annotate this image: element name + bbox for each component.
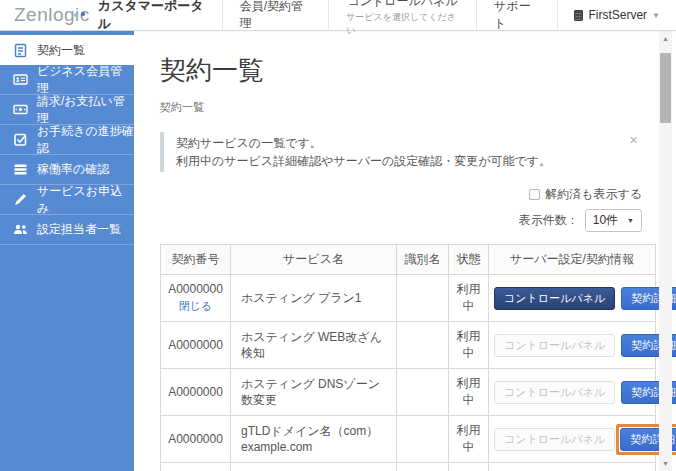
actions-cell: コントロールパネル 契約詳細	[489, 463, 656, 471]
top-bar: Zenlogic カスタマーポータル 会員/契約管理 コントロールパネル サービ…	[0, 0, 676, 31]
show-cancelled-checkbox[interactable]	[529, 189, 540, 200]
actions-cell: コントロールパネル 契約詳細	[489, 369, 656, 416]
table-header-row: 契約番号 サービス名 識別名 状態 サーバー設定/契約情報	[161, 245, 656, 275]
pen-icon	[13, 192, 28, 207]
actions-cell: コントロールパネル 契約詳細	[489, 416, 656, 463]
sidebar-item-admin-list[interactable]: 設定担当者一覧	[0, 215, 134, 245]
sidebar-item-label: 設定担当者一覧	[37, 221, 121, 238]
id-card-icon	[13, 72, 28, 87]
sidebar-item-label: ビジネス会員管理	[37, 63, 134, 97]
service-name-cell: ホスティング WEB改ざん検知	[231, 322, 397, 369]
contract-no-cell: A0000000	[161, 416, 231, 463]
close-row-link[interactable]: 閉じる	[167, 299, 224, 314]
sidebar: 契約一覧 ビジネス会員管理 請求/お支払い管理 お手続きの進捗確認 稼働率の確認…	[0, 31, 134, 471]
vertical-scrollbar[interactable]: ▲ ▼	[659, 31, 672, 471]
identifier-cell	[397, 275, 449, 322]
account-name: FirstServer	[588, 8, 647, 22]
service-name: ホスティング WEB改ざん検知	[241, 330, 382, 360]
tab-label: サポート	[494, 0, 540, 32]
per-page-select[interactable]: 10件 ▼	[585, 209, 642, 232]
contract-no: A0000000	[168, 282, 223, 296]
logo[interactable]: Zenlogic カスタマーポータル	[0, 0, 222, 30]
logo-dot-light	[74, 13, 78, 17]
task-check-icon	[13, 132, 28, 147]
service-name-cell: ホスティング プラン1	[231, 275, 397, 322]
sidebar-item-label: 稼働率の確認	[37, 161, 109, 178]
service-domain: example.com	[241, 439, 390, 455]
tab-support[interactable]: サポート	[476, 0, 558, 30]
sidebar-item-label: お手続きの進捗確認	[37, 123, 134, 157]
server-list-icon	[13, 162, 28, 177]
scrollbar-thumb[interactable]	[660, 53, 671, 123]
billing-icon	[13, 102, 28, 117]
scroll-down-icon[interactable]: ▼	[659, 457, 672, 470]
tab-sublabel: サービスを選択してください	[346, 11, 459, 37]
status-cell: 利用中	[449, 463, 489, 471]
table-row: A0000000 ホスティング DNSゾーン数変更 利用中 コントロールパネル …	[161, 369, 656, 416]
tab-label: コントロールパネル	[347, 0, 457, 10]
contract-no-cell: A0000000	[161, 463, 231, 471]
control-panel-button-disabled: コントロールパネル	[494, 381, 615, 404]
actions-cell: コントロールパネル 契約詳細	[489, 322, 656, 369]
notice-box: 契約サービスの一覧です。 利用中のサービス詳細確認やサーバーの設定確認・変更が可…	[160, 132, 642, 172]
status-cell: 利用中	[449, 322, 489, 369]
col-identifier: 識別名	[397, 245, 449, 275]
service-name: ホスティング プラン1	[241, 291, 362, 305]
control-panel-button-disabled: コントロールパネル	[494, 428, 615, 451]
tab-control-panel[interactable]: コントロールパネル サービスを選択してください	[328, 0, 476, 30]
table-row: A0000000 閉じる ホスティング プラン1 利用中 コントロールパネル 契…	[161, 275, 656, 322]
service-name-cell: ホスティング DNSゾーン数変更	[231, 369, 397, 416]
col-service-name: サービス名	[231, 245, 397, 275]
portal-title: カスタマーポータル	[98, 0, 210, 33]
sidebar-item-service-apply[interactable]: サービスお申込み	[0, 185, 134, 215]
users-icon	[13, 222, 28, 237]
status-cell: 利用中	[449, 275, 489, 322]
identifier-cell	[397, 463, 449, 471]
contract-table: 契約番号 サービス名 識別名 状態 サーバー設定/契約情報 A0000000 閉…	[160, 244, 656, 471]
logo-dot-dark	[81, 12, 85, 16]
breadcrumb: 契約一覧	[160, 100, 634, 115]
table-row: A0000000 gTLDドメイン名（com） example.com 利用中 …	[161, 416, 656, 463]
col-status: 状態	[449, 245, 489, 275]
contract-no-cell: A0000000	[161, 369, 231, 416]
status-cell: 利用中	[449, 416, 489, 463]
chevron-down-icon: ▼	[652, 11, 660, 20]
contract-no-cell: A0000000	[161, 322, 231, 369]
table-row: A0000000 SSLサーバー証明書 ＢＩＺＣＥＲＴ（年版） example.…	[161, 463, 656, 471]
header-nav: 会員/契約管理 コントロールパネル サービスを選択してください サポート	[222, 0, 559, 30]
service-name-cell: gTLDドメイン名（com） example.com	[231, 416, 397, 463]
tab-label: 会員/契約管理	[240, 0, 311, 32]
account-menu[interactable]: FirstServer ▼	[558, 0, 676, 30]
notice-line2: 利用中のサービス詳細確認やサーバーの設定確認・変更が可能です。	[176, 152, 618, 170]
identifier-cell	[397, 416, 449, 463]
page-title: 契約一覧	[160, 53, 634, 88]
identifier-cell	[397, 369, 449, 416]
service-name-cell: SSLサーバー証明書 ＢＩＺＣＥＲＴ（年版） example.com	[231, 463, 397, 471]
status-cell: 利用中	[449, 369, 489, 416]
per-page-value: 10件	[593, 212, 618, 229]
sidebar-item-progress[interactable]: お手続きの進捗確認	[0, 125, 134, 155]
document-icon	[13, 43, 28, 58]
per-page-label: 表示件数：	[519, 212, 579, 229]
sidebar-item-business-member[interactable]: ビジネス会員管理	[0, 65, 134, 95]
tab-member-contract[interactable]: 会員/契約管理	[222, 0, 328, 30]
identifier-cell	[397, 322, 449, 369]
control-panel-button-disabled: コントロールパネル	[494, 334, 615, 357]
scroll-up-icon[interactable]: ▲	[659, 32, 672, 45]
table-row: A0000000 ホスティング WEB改ざん検知 利用中 コントロールパネル 契…	[161, 322, 656, 369]
top-filters: 解約済も表示する 表示件数： 10件 ▼	[160, 186, 642, 232]
close-icon[interactable]: ×	[629, 132, 638, 147]
sidebar-item-label: 契約一覧	[37, 42, 85, 59]
control-panel-button[interactable]: コントロールパネル	[494, 287, 615, 310]
actions-cell: コントロールパネル 契約詳細	[489, 275, 656, 322]
main-content: 契約一覧 契約一覧 契約サービスの一覧です。 利用中のサービス詳細確認やサーバー…	[134, 31, 676, 471]
sidebar-item-label: 請求/お支払い管理	[37, 93, 134, 127]
col-contract-no: 契約番号	[161, 245, 231, 275]
sidebar-item-contract-list[interactable]: 契約一覧	[0, 35, 134, 65]
service-name: ホスティング DNSゾーン数変更	[241, 377, 380, 407]
contract-no-cell: A0000000 閉じる	[161, 275, 231, 322]
caret-down-icon: ▼	[627, 217, 634, 224]
sidebar-item-uptime[interactable]: 稼働率の確認	[0, 155, 134, 185]
sidebar-item-billing[interactable]: 請求/お支払い管理	[0, 95, 134, 125]
organization-icon	[574, 10, 583, 21]
